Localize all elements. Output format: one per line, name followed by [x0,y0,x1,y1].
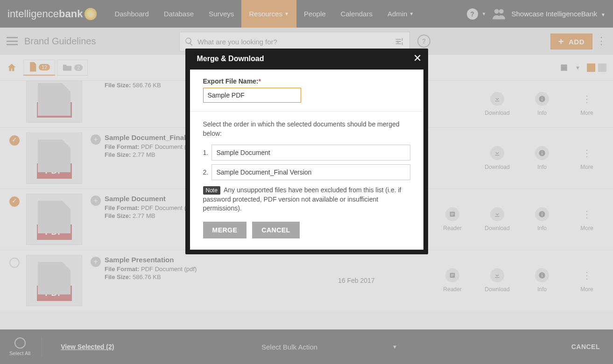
export-filename-label: Export File Name:* [203,77,410,85]
merge-download-modal: Merge & Download ✕ Export File Name:* Se… [185,49,428,254]
modal-title: Merge & Download [190,53,424,70]
modal-note: Note Any unsupported files have been exc… [203,186,410,213]
merge-button[interactable]: MERGE [203,222,247,238]
close-icon[interactable]: ✕ [409,50,425,66]
export-filename-input[interactable] [203,88,301,103]
modal-overlay[interactable]: Merge & Download ✕ Export File Name:* Se… [0,0,613,364]
merge-order-item[interactable]: 1.Sample Document [203,145,410,161]
merge-order-item[interactable]: 2.Sample Document_Final Version [203,164,410,180]
modal-instruction: Select the order in which the selected d… [203,120,410,138]
merge-order-list: 1.Sample Document 2.Sample Document_Fina… [203,145,410,180]
cancel-button[interactable]: CANCEL [252,222,299,238]
note-badge: Note [203,186,220,195]
